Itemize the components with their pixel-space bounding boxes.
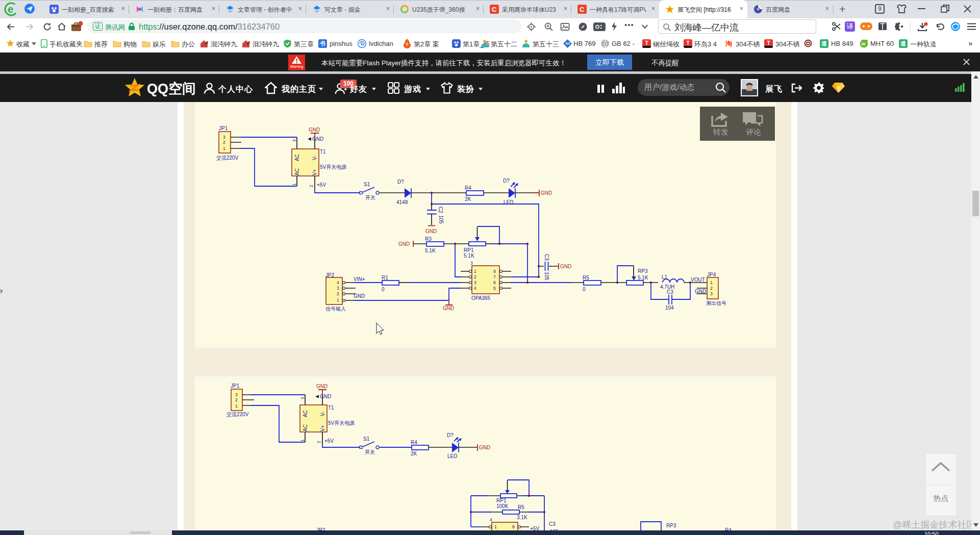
svg-text:4: 4	[337, 280, 339, 285]
svg-text:GND: GND	[309, 127, 320, 133]
svg-text:1: 1	[223, 146, 225, 151]
svg-text:交流220V: 交流220V	[227, 412, 249, 417]
svg-text:GND: GND	[312, 136, 323, 142]
svg-text:C3: C3	[544, 254, 549, 261]
svg-text:105: 105	[544, 272, 549, 281]
svg-text:3: 3	[300, 397, 305, 399]
svg-text:5V开关电源: 5V开关电源	[328, 420, 355, 426]
svg-text:R4: R4	[465, 185, 471, 191]
svg-text:VOUT: VOUT	[691, 277, 705, 283]
svg-text:GND: GND	[443, 305, 454, 311]
svg-text:2K: 2K	[465, 196, 471, 202]
svg-text:3: 3	[474, 280, 476, 285]
svg-text:T1: T1	[328, 405, 334, 411]
svg-text:V-: V-	[312, 156, 317, 160]
svg-text:4148: 4148	[396, 199, 408, 205]
svg-text:JP1: JP1	[231, 383, 240, 389]
svg-text:C3: C3	[549, 521, 556, 527]
svg-text:R4: R4	[411, 440, 417, 445]
svg-text:104: 104	[665, 305, 674, 311]
svg-text:3: 3	[337, 286, 339, 291]
svg-text:2: 2	[223, 140, 225, 145]
svg-text:2: 2	[309, 185, 314, 187]
svg-text:1: 1	[235, 403, 238, 409]
svg-text:RP1: RP1	[464, 247, 474, 253]
svg-text:+5V: +5V	[324, 438, 334, 444]
svg-text:OPA365: OPA365	[471, 295, 490, 301]
svg-text:GND: GND	[398, 241, 410, 247]
svg-text:8: 8	[493, 269, 496, 274]
svg-text:S1: S1	[364, 182, 370, 187]
svg-text:AC: AC	[294, 168, 300, 175]
svg-text:JP1: JP1	[219, 125, 228, 131]
svg-text:5V开关电源: 5V开关电源	[320, 164, 346, 170]
svg-text:S1: S1	[363, 436, 370, 442]
svg-text:3: 3	[235, 392, 238, 397]
svg-text:GND: GND	[695, 289, 706, 294]
svg-text:开关: 开关	[365, 449, 375, 455]
svg-text:2: 2	[710, 286, 713, 291]
svg-text:GND: GND	[560, 264, 571, 269]
svg-text:GND: GND	[425, 228, 437, 234]
svg-text:5.1K: 5.1K	[425, 248, 436, 253]
svg-text:1: 1	[337, 297, 339, 302]
svg-text:2: 2	[337, 291, 339, 296]
svg-text:D?: D?	[447, 432, 454, 438]
svg-text:C: C	[492, 6, 497, 13]
svg-text:+5V: +5V	[317, 182, 326, 188]
svg-text:LED: LED	[447, 453, 457, 459]
svg-text:GND: GND	[479, 445, 490, 450]
svg-text:1: 1	[494, 524, 497, 529]
svg-text:5: 5	[493, 286, 496, 291]
svg-text:2: 2	[316, 441, 321, 443]
svg-text:AC: AC	[303, 410, 308, 417]
svg-text:3: 3	[470, 261, 473, 266]
svg-text:GND: GND	[316, 384, 328, 389]
svg-text:VIN+: VIN+	[354, 276, 365, 282]
svg-text:2: 2	[235, 397, 238, 402]
svg-text:+5V: +5V	[530, 526, 539, 530]
svg-text:2: 2	[474, 274, 476, 279]
svg-text:4: 4	[490, 517, 492, 522]
svg-text:1: 1	[300, 439, 305, 442]
svg-text:L1: L1	[662, 274, 668, 280]
svg-text:105: 105	[438, 215, 444, 224]
svg-text:RP3: RP3	[638, 268, 648, 274]
svg-text:D?: D?	[503, 178, 510, 184]
svg-text:交流220V: 交流220V	[216, 155, 239, 161]
svg-text:R3: R3	[425, 236, 432, 242]
svg-text:开关: 开关	[365, 195, 375, 200]
svg-text:测出信号: 测出信号	[706, 300, 726, 306]
svg-text:6: 6	[493, 280, 496, 285]
svg-text:T1: T1	[320, 149, 326, 155]
svg-text:GND: GND	[320, 394, 331, 399]
svg-text:V+: V+	[312, 169, 317, 175]
svg-text:2K: 2K	[411, 451, 417, 456]
svg-text:100K: 100K	[496, 503, 509, 509]
svg-text:3.1K: 3.1K	[517, 515, 527, 520]
svg-text:3: 3	[710, 291, 713, 296]
svg-text:C2: C2	[438, 207, 443, 213]
svg-text:GND: GND	[354, 293, 365, 299]
svg-text:3: 3	[223, 135, 225, 140]
svg-text:JP4: JP4	[707, 272, 716, 277]
svg-text:R5: R5	[518, 504, 524, 510]
svg-text:4: 4	[474, 286, 476, 291]
svg-text:AC: AC	[303, 424, 308, 431]
svg-text:5.1K: 5.1K	[464, 253, 474, 259]
svg-text:1: 1	[710, 280, 713, 285]
svg-text:7: 7	[493, 274, 496, 279]
svg-text:V-: V-	[320, 412, 325, 416]
svg-text:C3: C3	[667, 289, 673, 295]
svg-text:5.1K: 5.1K	[638, 275, 648, 281]
svg-text:e: e	[8, 4, 13, 15]
svg-text:3: 3	[292, 139, 297, 142]
svg-text:LED: LED	[504, 199, 513, 205]
svg-text:0: 0	[583, 287, 586, 292]
svg-text:D?: D?	[397, 179, 404, 185]
svg-text:RP1: RP1	[496, 498, 507, 503]
svg-text:8: 8	[512, 524, 515, 529]
svg-text:AC: AC	[294, 154, 300, 161]
svg-text:R1: R1	[382, 275, 388, 281]
svg-text:R5: R5	[583, 275, 589, 281]
